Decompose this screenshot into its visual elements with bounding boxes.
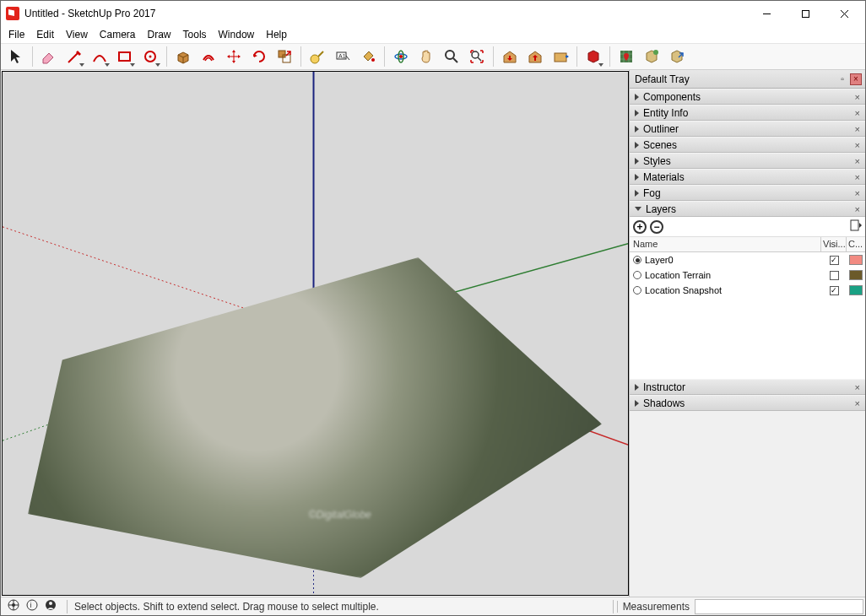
menu-help[interactable]: Help [260, 27, 293, 42]
rotate-tool-icon[interactable] [247, 45, 271, 68]
circle-tool-icon[interactable] [138, 45, 162, 68]
layout-send-icon[interactable] [582, 45, 605, 68]
orbit-tool-icon[interactable] [389, 45, 413, 68]
panel-fog[interactable]: Fog× [630, 185, 865, 201]
panel-close-icon[interactable]: × [853, 140, 862, 150]
window-title: Untitled - SketchUp Pro 2017 [24, 8, 747, 19]
panel-close-icon[interactable]: × [853, 382, 862, 392]
layer-visible-checkbox[interactable]: ✓ [830, 286, 839, 295]
tray-close-icon[interactable]: × [850, 73, 862, 85]
tray-pin-icon[interactable]: ▫ [836, 73, 848, 85]
panel-layers[interactable]: Layers× [630, 201, 865, 217]
menu-tools[interactable]: Tools [177, 27, 213, 42]
svg-point-33 [12, 603, 15, 607]
layer-active-radio[interactable] [633, 271, 641, 279]
layer-color-swatch[interactable] [849, 285, 863, 295]
panel-instructor[interactable]: Instructor× [630, 379, 865, 395]
lines-tool-icon[interactable] [62, 45, 86, 68]
photo-textures-icon[interactable] [640, 45, 663, 68]
extension-warehouse-icon[interactable] [549, 45, 572, 68]
close-button[interactable] [825, 1, 863, 26]
svg-point-14 [371, 58, 375, 62]
sketchup-app-icon [6, 7, 19, 20]
panel-close-icon[interactable]: × [853, 156, 862, 166]
layer-active-radio[interactable] [633, 256, 641, 264]
layers-menu-icon[interactable] [850, 219, 862, 234]
panel-close-icon[interactable]: × [853, 108, 862, 118]
user-status-icon[interactable] [45, 599, 57, 613]
main-area: Default Tray ▫ × Components× Entity Info… [1, 70, 865, 597]
layer-color-swatch[interactable] [849, 270, 863, 280]
col-name[interactable]: Name [630, 237, 821, 251]
maximize-button[interactable] [786, 1, 825, 26]
offset-tool-icon[interactable] [197, 45, 220, 68]
panel-close-icon[interactable]: × [853, 124, 862, 134]
panel-close-icon[interactable]: × [853, 188, 862, 198]
svg-point-6 [149, 56, 152, 58]
layer-row[interactable]: Location Snapshot ✓ [630, 283, 865, 298]
tray-title-label: Default Tray [635, 73, 835, 85]
preview-in-google-earth-icon[interactable] [665, 45, 689, 68]
panel-styles[interactable]: Styles× [630, 153, 865, 169]
svg-point-34 [27, 600, 37, 610]
panel-close-icon[interactable]: × [853, 92, 862, 102]
layer-visible-checkbox[interactable] [830, 271, 839, 280]
svg-point-24 [653, 50, 658, 55]
zoom-tool-icon[interactable] [440, 45, 463, 68]
layer-name: Location Snapshot [645, 285, 722, 295]
panel-close-icon[interactable]: × [853, 398, 862, 408]
layer-row[interactable]: Location Terrain [630, 267, 865, 283]
col-visible[interactable]: Visi... [821, 237, 847, 251]
titlebar: Untitled - SketchUp Pro 2017 [1, 1, 865, 26]
layer-color-swatch[interactable] [849, 255, 863, 265]
measurements-input[interactable] [695, 599, 863, 614]
minimize-button[interactable] [747, 1, 786, 26]
panel-close-icon[interactable]: × [853, 172, 862, 182]
layer-name: Layer0 [645, 255, 674, 265]
layer-row[interactable]: Layer0 ✓ [630, 252, 865, 267]
menubar: File Edit View Camera Draw Tools Window … [1, 26, 865, 43]
layers-list: Layer0 ✓ Location Terrain Location Snaps… [630, 252, 865, 379]
viewport-3d[interactable] [2, 71, 629, 596]
move-tool-icon[interactable] [222, 45, 246, 68]
menu-camera[interactable]: Camera [94, 27, 142, 42]
eraser-tool-icon[interactable] [37, 45, 61, 68]
toolbar: A1 [1, 43, 865, 70]
panel-materials[interactable]: Materials× [630, 169, 865, 185]
geolocation-status-icon[interactable] [8, 599, 19, 613]
svg-rect-31 [851, 220, 858, 230]
panel-components[interactable]: Components× [630, 89, 865, 105]
credits-status-icon[interactable]: i [26, 599, 38, 613]
warehouse-get-icon[interactable] [498, 45, 522, 68]
select-tool-icon[interactable] [4, 45, 28, 68]
col-color[interactable]: C... [847, 237, 865, 251]
shapes-tool-icon[interactable] [113, 45, 137, 68]
layer-visible-checkbox[interactable]: ✓ [830, 256, 839, 265]
text-tool-icon[interactable]: A1 [331, 45, 355, 68]
zoom-extents-tool-icon[interactable] [465, 45, 489, 68]
tray-titlebar[interactable]: Default Tray ▫ × [630, 70, 865, 89]
pushpull-tool-icon[interactable] [171, 45, 195, 68]
arcs-tool-icon[interactable] [88, 45, 111, 68]
menu-draw[interactable]: Draw [142, 27, 177, 42]
menu-edit[interactable]: Edit [30, 27, 60, 42]
panel-outliner[interactable]: Outliner× [630, 121, 865, 137]
panel-entity-info[interactable]: Entity Info× [630, 105, 865, 121]
menu-view[interactable]: View [60, 27, 94, 42]
tape-measure-tool-icon[interactable] [306, 45, 329, 68]
scale-tool-icon[interactable] [273, 45, 296, 68]
svg-rect-1 [802, 10, 809, 17]
add-layer-button[interactable]: + [633, 220, 647, 234]
measurements-label: Measurements [617, 601, 695, 613]
pan-tool-icon[interactable] [414, 45, 438, 68]
panel-shadows[interactable]: Shadows× [630, 395, 865, 411]
add-location-icon[interactable] [614, 45, 638, 68]
menu-file[interactable]: File [3, 27, 30, 42]
menu-window[interactable]: Window [213, 27, 261, 42]
panel-scenes[interactable]: Scenes× [630, 137, 865, 153]
panel-close-icon[interactable]: × [853, 204, 862, 214]
layer-active-radio[interactable] [633, 286, 641, 294]
warehouse-share-icon[interactable] [523, 45, 547, 68]
paint-bucket-tool-icon[interactable] [356, 45, 380, 68]
remove-layer-button[interactable]: − [650, 220, 663, 234]
